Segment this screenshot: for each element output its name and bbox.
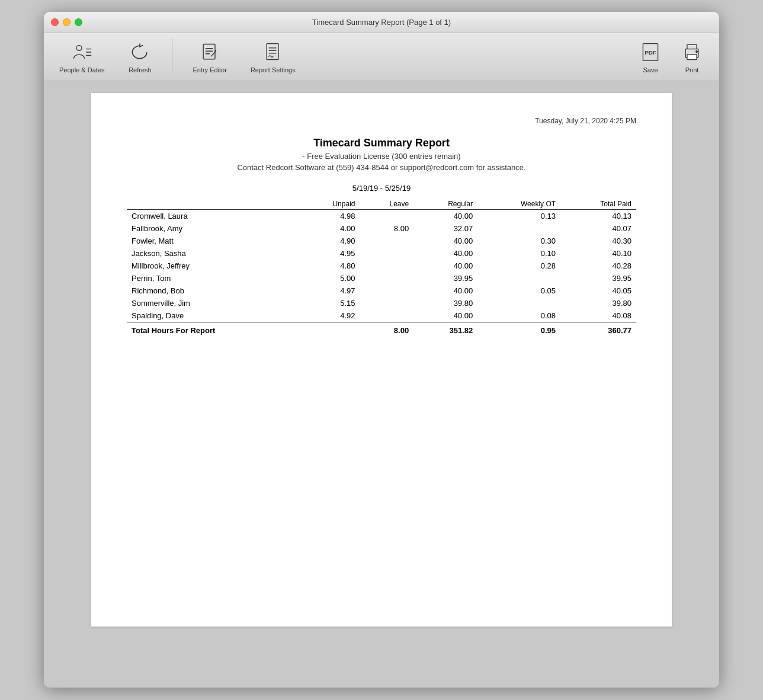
toolbar-left-group: People & Dates Refresh xyxy=(53,38,621,76)
report-settings-label: Report Settings xyxy=(251,66,296,73)
entry-editor-button[interactable]: Entry Editor xyxy=(187,38,232,76)
table-row: Cromwell, Laura4.9840.000.1340.13 xyxy=(127,210,636,223)
refresh-icon xyxy=(128,40,152,64)
svg-rect-4 xyxy=(203,44,215,59)
maximize-button[interactable] xyxy=(75,18,82,26)
svg-line-9 xyxy=(211,55,212,56)
refresh-label: Refresh xyxy=(129,66,152,73)
col-header-total-paid: Total Paid xyxy=(560,199,636,210)
svg-point-19 xyxy=(696,51,698,53)
entry-editor-label: Entry Editor xyxy=(193,66,226,73)
report-date: Tuesday, July 21, 2020 4:25 PM xyxy=(127,117,636,125)
table-row: Spalding, Dave4.9240.000.0840.08 xyxy=(127,309,636,322)
main-window: Timecard Summary Report (Page 1 of 1) xyxy=(44,12,719,688)
entry-editor-icon xyxy=(198,40,222,64)
report-contact: Contact Redcort Software at (559) 434-85… xyxy=(127,163,636,172)
toolbar-divider-1 xyxy=(172,38,172,73)
toolbar-right-group: PDF Save Print xyxy=(633,38,710,76)
report-subtitle: - Free Evaluation License (300 entries r… xyxy=(127,152,636,161)
close-button[interactable] xyxy=(51,18,59,26)
print-icon xyxy=(680,40,704,64)
title-bar: Timecard Summary Report (Page 1 of 1) xyxy=(44,12,719,33)
svg-point-0 xyxy=(76,45,82,50)
people-dates-button[interactable]: People & Dates xyxy=(53,38,110,76)
window-title: Timecard Summary Report (Page 1 of 1) xyxy=(312,18,451,27)
traffic-lights xyxy=(51,18,82,26)
refresh-button[interactable]: Refresh xyxy=(122,38,158,76)
col-header-leave: Leave xyxy=(360,199,413,210)
print-button[interactable]: Print xyxy=(674,38,710,76)
minimize-button[interactable] xyxy=(63,18,70,26)
svg-text:PDF: PDF xyxy=(645,49,656,56)
report-settings-button[interactable]: Report Settings xyxy=(245,38,302,76)
save-button[interactable]: PDF Save xyxy=(633,38,668,76)
table-header-row: Unpaid Leave Regular Weekly OT Total Pai… xyxy=(127,199,636,210)
svg-rect-18 xyxy=(687,55,697,60)
table-row: Fowler, Matt4.9040.000.3040.30 xyxy=(127,235,636,247)
svg-line-8 xyxy=(212,51,216,55)
save-icon: PDF xyxy=(639,40,662,64)
table-row: Millbrook, Jeffrey4.8040.000.2840.28 xyxy=(127,260,636,272)
report-table: Unpaid Leave Regular Weekly OT Total Pai… xyxy=(127,199,636,337)
col-header-name xyxy=(127,199,300,210)
save-label: Save xyxy=(643,66,658,73)
table-row: Sommerville, Jim5.1539.8039.80 xyxy=(127,297,636,309)
content-area: Tuesday, July 21, 2020 4:25 PM Timecard … xyxy=(44,81,719,688)
table-row: Perrin, Tom5.0039.9539.95 xyxy=(127,272,636,285)
table-row: Richmond, Bob4.9740.000.0540.05 xyxy=(127,285,636,297)
people-dates-icon xyxy=(70,40,94,64)
toolbar: People & Dates Refresh xyxy=(44,33,719,81)
report-settings-icon xyxy=(261,40,285,64)
col-header-unpaid: Unpaid xyxy=(300,199,360,210)
col-header-regular: Regular xyxy=(413,199,477,210)
total-row: Total Hours For Report8.00351.820.95360.… xyxy=(127,322,636,337)
report-period: 5/19/19 - 5/25/19 xyxy=(127,184,636,193)
col-header-weekly-ot: Weekly OT xyxy=(477,199,560,210)
people-dates-label: People & Dates xyxy=(59,66,104,73)
table-row: Fallbrook, Amy4.008.0032.0740.07 xyxy=(127,222,636,235)
print-label: Print xyxy=(685,66,699,73)
report-page: Tuesday, July 21, 2020 4:25 PM Timecard … xyxy=(91,93,672,627)
table-row: Jackson, Sasha4.9540.000.1040.10 xyxy=(127,247,636,260)
report-title: Timecard Summary Report xyxy=(127,137,636,149)
